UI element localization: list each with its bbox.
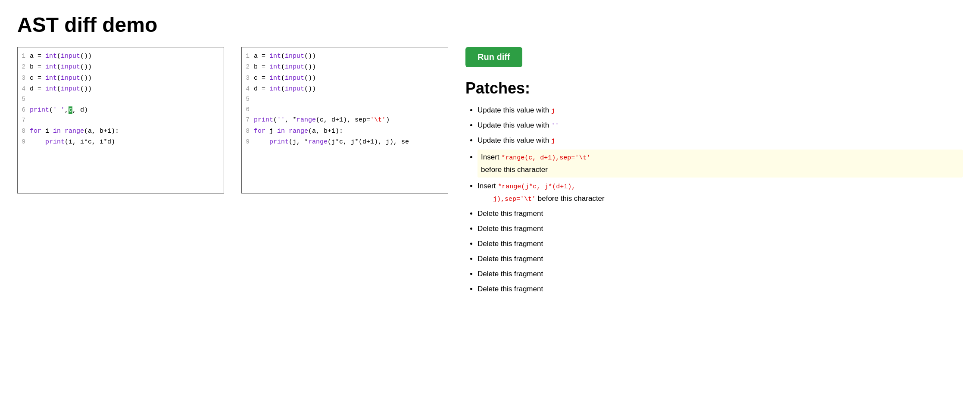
patch-text: Delete this fragment [478,209,543,218]
code-line: 2 b = int(input()) [18,62,224,72]
code-line: 6 [242,105,448,115]
line-content: for j in range(a, b+1): [254,126,448,136]
patch-code: '' [551,122,559,130]
patch-text: Delete this fragment [478,270,543,278]
code-line: 4 d = int(input()) [242,84,448,94]
patch-item-delete: Delete this fragment [478,283,963,296]
line-number: 1 [18,52,30,61]
line-number: 3 [18,74,30,83]
patch-item-delete: Delete this fragment [478,223,963,235]
line-content: d = int(input()) [254,84,448,94]
line-number: 8 [18,127,30,136]
line-content: for i in range(a, b+1): [30,126,224,136]
patch-item: Update this value with '' [478,119,963,132]
code-line: 9 print(i, i*c, i*d) [18,137,224,147]
line-number: 9 [18,137,30,147]
patch-item-insert2: Insert *range(j*c, j*(d+1), j),sep='\t' … [478,180,963,205]
patch-text: Insert [478,182,498,190]
line-content: c = int(input()) [254,73,448,83]
patch-item-delete: Delete this fragment [478,253,963,265]
patch-text: before this character [481,165,548,174]
line-number: 1 [242,52,254,61]
line-number: 4 [242,84,254,94]
patch-text: Update this value with [478,106,551,114]
patch-text: Delete this fragment [478,285,543,293]
code-line: 3 c = int(input()) [242,73,448,84]
code-line: 5 [242,94,448,105]
code-line: 5 [18,94,224,105]
patch-text: Update this value with [478,136,551,144]
line-number: 2 [242,62,254,72]
code-line: 1 a = int(input()) [18,51,224,62]
patch-item: Update this value with j [478,134,963,147]
line-number: 6 [242,105,254,115]
right-panel: Run diff Patches: Update this value with… [465,47,963,298]
patch-item-delete: Delete this fragment [478,268,963,281]
line-content: a = int(input()) [30,51,224,61]
patch-item: Update this value with j [478,104,963,117]
code-line: 7 print('', *range(c, d+1), sep='\t') [242,115,448,125]
line-content: print(i, i*c, i*d) [30,137,224,147]
page-title: AST diff demo [17,13,963,37]
code-line: 4 d = int(input()) [18,84,224,94]
line-number: 2 [18,62,30,72]
code-line: 9 print(j, *range(j*c, j*(d+1), j), se [242,137,448,147]
patch-text: Update this value with [478,121,551,129]
patches-title: Patches: [465,79,963,97]
right-code-panel: 1 a = int(input()) 2 b = int(input()) 3 … [241,47,448,193]
patch-code: j [551,137,555,145]
code-line: 7 [18,115,224,126]
line-content: print(' ',c, d) [30,105,224,115]
patch-text: before this character [536,194,605,203]
code-line: 1 a = int(input()) [242,51,448,62]
patch-text: Delete this fragment [478,240,543,248]
patch-text: Delete this fragment [478,225,543,233]
line-content: a = int(input()) [254,51,448,61]
code-line: 8 for j in range(a, b+1): [242,126,448,137]
line-number: 9 [242,137,254,147]
line-number: 7 [242,115,254,125]
run-diff-button[interactable]: Run diff [465,47,522,67]
line-content: d = int(input()) [30,84,224,94]
line-content: c = int(input()) [30,73,224,83]
line-number: 5 [242,95,254,104]
main-layout: 1 a = int(input()) 2 b = int(input()) 3 … [17,47,963,298]
patches-list: Update this value with j Update this val… [465,104,963,296]
line-number: 7 [18,116,30,125]
patch-item-delete: Delete this fragment [478,208,963,220]
patch-item-delete: Delete this fragment [478,238,963,250]
patch-code: j [551,107,555,115]
line-number: 8 [242,127,254,136]
patch-text: Delete this fragment [478,255,543,263]
line-number: 3 [242,74,254,83]
line-number: 6 [18,106,30,115]
patch-item-insert: Insert *range(c, d+1),sep='\t' before th… [478,150,963,178]
line-content: print(j, *range(j*c, j*(d+1), j), se [254,137,448,147]
patch-code: *range(c, d+1),sep='\t' [501,154,590,162]
code-line: 6 print(' ',c, d) [18,105,224,115]
code-line: 8 for i in range(a, b+1): [18,126,224,137]
left-code-panel: 1 a = int(input()) 2 b = int(input()) 3 … [17,47,224,193]
patch-text: Insert [481,153,501,161]
line-content: print('', *range(c, d+1), sep='\t') [254,115,448,125]
line-content: b = int(input()) [254,62,448,72]
line-number: 4 [18,84,30,94]
line-content: b = int(input()) [30,62,224,72]
code-line: 2 b = int(input()) [242,62,448,72]
line-number: 5 [18,95,30,104]
patch-block: Insert *range(c, d+1),sep='\t' before th… [478,150,963,178]
code-line: 3 c = int(input()) [18,73,224,84]
